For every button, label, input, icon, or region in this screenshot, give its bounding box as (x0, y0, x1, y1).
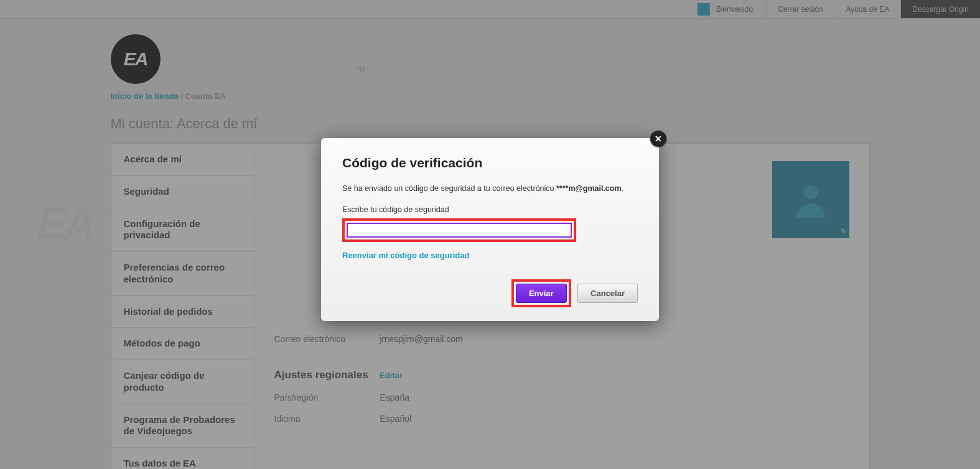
code-input-highlight (342, 218, 576, 242)
close-icon[interactable]: ✕ (650, 131, 666, 147)
modal-overlay: ✕ Código de verificación Se ha enviado u… (0, 0, 980, 469)
cancel-button[interactable]: Cancelar (577, 284, 638, 303)
code-input-label: Escribe tu código de seguridad (342, 205, 638, 214)
send-button[interactable]: Enviar (516, 284, 567, 303)
resend-code-link[interactable]: Reenviar mi código de seguridad (342, 251, 469, 260)
modal-title: Código de verificación (342, 156, 638, 170)
code-input[interactable] (347, 223, 572, 238)
send-button-highlight: Enviar (511, 279, 571, 307)
modal-message: Se ha enviado un código de seguridad a t… (342, 184, 638, 193)
verification-modal: ✕ Código de verificación Se ha enviado u… (321, 138, 659, 321)
